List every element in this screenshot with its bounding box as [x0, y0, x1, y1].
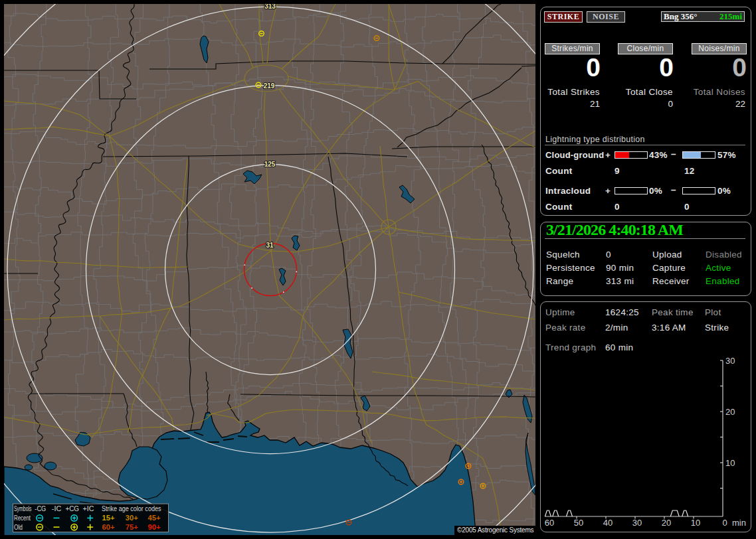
svg-text:+CG: +CG	[65, 505, 79, 512]
svg-text:219: 219	[264, 82, 275, 90]
svg-text:45+: 45+	[148, 514, 161, 522]
svg-text:-IC: -IC	[52, 505, 62, 512]
svg-text:-CG: -CG	[35, 505, 46, 512]
svg-text:10: 10	[725, 458, 735, 468]
svg-text:313: 313	[264, 4, 276, 10]
svg-text:Symbols: Symbols	[14, 505, 32, 512]
svg-text:31: 31	[266, 242, 274, 249]
svg-text:0: 0	[722, 518, 727, 528]
svg-text:Recent: Recent	[14, 514, 31, 522]
svg-text:90+: 90+	[148, 524, 161, 531]
svg-text:60: 60	[545, 518, 554, 528]
svg-text:Strike age color codes: Strike age color codes	[102, 505, 161, 512]
svg-text:50: 50	[574, 518, 583, 528]
svg-text:©2005 Astrogenic Systems: ©2005 Astrogenic Systems	[457, 526, 534, 534]
svg-text:10: 10	[691, 518, 700, 528]
svg-text:30: 30	[725, 356, 735, 366]
svg-text:30+: 30+	[126, 514, 138, 522]
svg-text:60+: 60+	[102, 524, 115, 531]
svg-text:40: 40	[603, 518, 613, 528]
svg-text:75+: 75+	[126, 524, 138, 531]
svg-text:20: 20	[662, 518, 671, 528]
svg-text:30: 30	[632, 518, 642, 528]
svg-text:125: 125	[264, 161, 276, 168]
svg-text:15+: 15+	[102, 514, 115, 522]
svg-text:+IC: +IC	[83, 505, 94, 512]
svg-text:Old: Old	[14, 524, 23, 531]
svg-text:20: 20	[725, 407, 735, 417]
svg-text:min: min	[732, 518, 746, 528]
